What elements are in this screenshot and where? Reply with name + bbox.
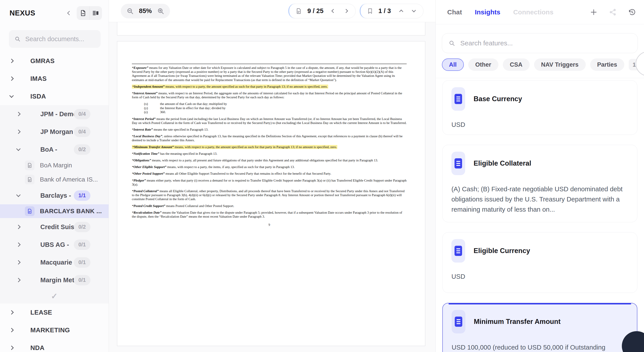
file-icon-box (25, 160, 34, 170)
next-page-button[interactable] (344, 9, 348, 13)
highlight: “Minimum Transfer Amount” means, with re… (132, 145, 337, 149)
progress-badge: 0/4 (74, 109, 90, 119)
tree-item-label: JP Morgan - (40, 128, 77, 135)
sidebar-item-ubs-ag[interactable]: UBS AG -0/1 (0, 236, 108, 254)
feature-title: Minimum Transfer Amount (474, 318, 561, 326)
app-logo: NEXUS (10, 9, 35, 17)
feature-card-base-currency[interactable]: Base CurrencyUSD (442, 80, 637, 135)
document-view-button[interactable] (77, 6, 89, 20)
filter-chip-csa[interactable]: CSA (503, 58, 530, 71)
document-rule (132, 63, 407, 64)
bookmark-icon (367, 8, 373, 14)
chevron-right-icon[interactable] (16, 242, 20, 247)
sidebar-item-marketing[interactable]: MARKETING (0, 321, 108, 339)
sidebar-item-jpm-demo[interactable]: JPM - Demo0/4 (0, 105, 108, 123)
defined-term: “Independent Amount” (132, 85, 165, 88)
feature-card-eligible-collateral[interactable]: Eligible Collateral(A) Cash; (B) Fixed-r… (442, 145, 637, 222)
split-view-button[interactable] (89, 6, 102, 20)
filter-chip-all[interactable]: All (442, 58, 464, 71)
feature-icon-box (452, 239, 465, 263)
previous-page-button[interactable] (331, 9, 335, 13)
feature-doc-icon (455, 317, 462, 327)
filter-chips: AllOtherCSANAV TriggersParties18 (436, 58, 644, 71)
chevron-right-icon[interactable] (16, 112, 20, 116)
tree-item-label: IMAS (30, 75, 47, 82)
document-search-input[interactable] (25, 35, 95, 43)
sidebar-item-credit-suiss[interactable]: Credit Suiss...0/2 (0, 218, 108, 236)
add-button[interactable] (590, 8, 598, 16)
feature-card-minimum-transfer-amount[interactable]: Minimum Transfer AmountUSD 100,000 (redu… (442, 303, 637, 352)
feature-value: (A) Cash; (B) Fixed-rate negotiable USD … (452, 184, 628, 215)
sidebar-item-gmras[interactable]: GMRAS (0, 52, 108, 70)
chevron-right-icon[interactable] (9, 59, 14, 63)
file-icon (27, 177, 32, 182)
viewer-toolbar: 85% 9 / 25 1 / 3 (109, 0, 436, 22)
filter-chip-parties[interactable]: Parties (590, 58, 624, 71)
view-toggle (77, 6, 102, 20)
defined-term: “Recalculation Date” (132, 211, 162, 214)
defined-term: “Other Posted Support” (132, 172, 165, 175)
chevron-down-icon[interactable] (16, 193, 20, 197)
list-panel-icon (92, 9, 99, 16)
pdf-page-current: “Exposure” means for any Valuation Date … (117, 41, 425, 346)
chevron-right-icon[interactable] (16, 225, 20, 229)
sidebar-item-imas[interactable]: IMAS (0, 70, 108, 87)
filter-chip-nav-triggers[interactable]: NAV Triggers (534, 58, 586, 71)
pdf-viewer: 85% 9 / 25 1 / 3 (109, 0, 436, 352)
sidebar-item-isda[interactable]: ISDA (0, 87, 108, 105)
next-bookmark-button[interactable] (412, 8, 416, 12)
progress-badge: 0/1 (74, 257, 90, 268)
zoom-in-button[interactable] (157, 7, 164, 14)
defined-term: “Exposure” (132, 66, 148, 69)
progress-badge: 0/2 (74, 222, 90, 232)
defined-term: “Interest Amount” (132, 91, 158, 95)
sidebar-collapse-button[interactable] (66, 10, 73, 16)
zoom-out-button[interactable] (126, 7, 134, 14)
sidebar-item-bank-of-america-is[interactable]: Bank of America IS... (0, 172, 108, 187)
chevron-down-icon[interactable] (16, 147, 20, 151)
filter-chip-other[interactable]: Other (468, 58, 498, 71)
chevron-right-icon[interactable] (9, 346, 14, 350)
history-button[interactable] (628, 8, 636, 16)
feature-card-eligible-currency[interactable]: Eligible CurrencyUSD (442, 232, 637, 293)
document-search (9, 30, 100, 48)
sidebar-item-barclays-bank[interactable]: BARCLAYS BANK ... (0, 204, 108, 218)
doc-sublist-item: (y)the Interest Rate in effect for that … (144, 106, 407, 110)
bookmark-navigator: 1 / 3 (360, 4, 424, 18)
tree-item-label: BoA - (40, 146, 57, 153)
document-tree: GMRASIMASISDAJPM - Demo0/4JP Morgan -0/4… (0, 52, 108, 352)
chevron-right-icon[interactable] (16, 260, 20, 265)
tab-insights[interactable]: Insights (475, 8, 500, 16)
chevron-right-icon[interactable] (9, 310, 14, 315)
zoom-control: 85% (121, 4, 170, 18)
sidebar-item-boa-margin[interactable]: BoA Margin (0, 158, 108, 172)
tree-item-label: MARKETING (30, 327, 70, 334)
clipped-edge-button[interactable] (636, 51, 644, 76)
share-button[interactable] (609, 8, 616, 16)
tab-chat[interactable]: Chat (447, 8, 462, 16)
previous-bookmark-button[interactable] (399, 9, 403, 13)
sidebar-item-nda[interactable]: NDA (0, 339, 108, 352)
sidebar-item-margin-meth[interactable]: Margin Meth...0/1 (0, 271, 108, 289)
sidebar-item-barclays[interactable]: Barclays -1/1 (0, 187, 108, 204)
feature-value: USD (452, 120, 628, 130)
document-canvas[interactable]: “Exposure” means for any Valuation Date … (109, 22, 436, 352)
sidebar-item-jp-morgan[interactable]: JP Morgan -0/4 (0, 123, 108, 141)
subtree-complete-row: ✓ (0, 289, 108, 304)
sidebar-item-macquarie-b[interactable]: Macquarie B...0/1 (0, 254, 108, 271)
chevron-right-icon[interactable] (16, 129, 20, 134)
feature-search-input[interactable] (460, 39, 631, 47)
defined-term: “Local Business Day” (132, 134, 162, 138)
tree-item-label: NDA (30, 344, 44, 352)
chevron-down-icon[interactable] (9, 93, 14, 98)
chevron-right-icon[interactable] (9, 328, 14, 332)
doc-paragraph-other-eligible-support: “Other Eligible Support” means, with res… (132, 165, 407, 169)
file-icon-box (25, 206, 34, 216)
chevron-right-icon[interactable] (16, 278, 20, 282)
tab-connections[interactable]: Connections (513, 8, 554, 16)
chevron-right-icon[interactable] (9, 76, 14, 81)
defined-term: “Pledgor” (132, 179, 146, 182)
sidebar-item-lease[interactable]: LEASE (0, 304, 108, 321)
sidebar-item-boa[interactable]: BoA -0/2 (0, 141, 108, 158)
tree-item-label: JPM - Demo (40, 110, 77, 118)
